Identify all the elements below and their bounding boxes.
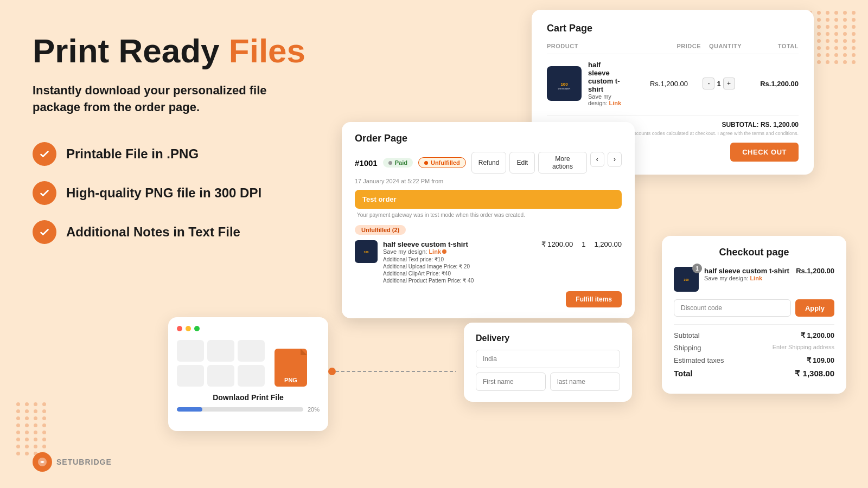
- subtotal-row: Subtotal ₹ 1,200.00: [674, 331, 834, 339]
- paid-dot: [388, 161, 392, 165]
- next-order-btn[interactable]: ›: [608, 152, 622, 167]
- cart-item-row: 100 DESIGNER half sleeve custom t-shirt …: [547, 61, 799, 106]
- decorative-dots-top: (function(){ var c = document.querySelec…: [808, 11, 857, 64]
- shipping-value: Enter Shipping address: [773, 344, 834, 352]
- checkout-item-save: Save my design: Link: [704, 275, 790, 281]
- cart-item-total: Rs.1,200.00: [750, 80, 799, 88]
- order-item-name: half sleeve custom t-shirt: [383, 240, 536, 248]
- png-label: PNG: [284, 377, 297, 383]
- cart-product-save: Save my design: Link: [588, 93, 622, 106]
- fulfill-items-button[interactable]: Fulfill items: [566, 291, 622, 307]
- file-block-1: [177, 340, 204, 362]
- order-id: #1001: [355, 158, 378, 168]
- order-title: Order Page: [355, 133, 622, 144]
- feature-text-1: Printable File in .PNG: [66, 146, 199, 162]
- check-icon-1: [33, 142, 56, 166]
- country-input[interactable]: [476, 350, 620, 368]
- feature-text-3: Additional Notes in Text File: [66, 224, 240, 240]
- cart-headers: PRODUCT PRIDCE QUANTITY TOTAL: [547, 43, 799, 54]
- apply-button[interactable]: Apply: [795, 299, 834, 317]
- progress-bar-fill: [177, 407, 202, 412]
- badge-unfulfilled: Unfulfilled: [418, 157, 466, 168]
- check-icon-3: [33, 220, 56, 244]
- qty-value: 1: [717, 80, 720, 88]
- taxes-row: Estimated taxes ₹ 109.00: [674, 356, 834, 364]
- last-name-input[interactable]: [550, 373, 620, 391]
- checkout-title: Checkout page: [674, 247, 834, 258]
- svg-text:100: 100: [364, 251, 369, 254]
- svg-text:100: 100: [684, 278, 688, 281]
- file-block-5: [207, 365, 234, 387]
- checkout-qty-badge: 1: [692, 264, 702, 273]
- col-qty-header: QUANTITY: [701, 43, 750, 49]
- prev-order-btn[interactable]: ‹: [590, 152, 604, 167]
- subtotal-value: ₹ 1,200.00: [801, 331, 834, 339]
- order-item-prices: Additional Text price: ₹10 Additional Up…: [383, 256, 536, 284]
- progress-bar-bg: [177, 407, 303, 412]
- order-header-row: #1001 Paid Unfulfilled Refund Edit More …: [355, 152, 622, 174]
- qty-decrease-btn[interactable]: -: [703, 78, 714, 89]
- refund-button[interactable]: Refund: [471, 152, 507, 174]
- png-fold: [301, 349, 307, 355]
- cart-save-text: Save my design:: [588, 93, 611, 106]
- file-block-2: [207, 340, 234, 362]
- checkout-item-name: half sleeve custom t-shirt: [704, 267, 790, 275]
- first-name-input[interactable]: [476, 373, 546, 391]
- order-item-total: 1,200.00: [594, 240, 622, 248]
- add-pattern-price: Additional Product Pattern Price: ₹ 40: [383, 278, 536, 284]
- svg-text:100: 100: [560, 82, 568, 87]
- cart-item-image: 100 DESIGNER: [547, 66, 582, 101]
- order-date: 17 January 2024 at 5:22 PM from: [355, 178, 622, 184]
- checkout-save-link[interactable]: Link: [750, 275, 762, 281]
- edit-button[interactable]: Edit: [509, 152, 535, 174]
- order-item-image: 100: [355, 240, 378, 263]
- order-actions: Refund Edit More actions ‹ ›: [471, 152, 622, 174]
- subtotal-label: Subtotal: [674, 331, 700, 339]
- main-title: Print Ready Files: [33, 33, 347, 69]
- title-orange: Files: [229, 32, 305, 69]
- checkout-item-info: half sleeve custom t-shirt Save my desig…: [704, 267, 790, 281]
- order-item-qty: 1: [582, 240, 585, 248]
- add-clipart-price: Additional ClipArt Price: ₹40: [383, 271, 536, 277]
- add-text-price: Additional Text price: ₹10: [383, 256, 536, 262]
- download-title: Downlaod Print File: [177, 393, 320, 402]
- total-label: Total: [674, 369, 693, 378]
- file-block-6: [238, 365, 265, 387]
- cart-item-price: Rs.1,200.00: [628, 80, 688, 88]
- order-item-price: ₹ 1200.00: [541, 240, 573, 248]
- shipping-label: Shipping: [674, 344, 701, 352]
- delivery-title: Delivery: [476, 333, 620, 343]
- checkout-item-row: 100 1 half sleeve custom t-shirt Save my…: [674, 267, 834, 292]
- feature-item-2: High-quality PNG file in 300 DPI: [33, 181, 347, 205]
- more-actions-button[interactable]: More actions: [538, 152, 587, 174]
- order-item-save: Save my design: Link: [383, 248, 536, 255]
- cart-qty-control: - 1 +: [694, 78, 743, 89]
- window-controls: [177, 326, 320, 331]
- check-icon-2: [33, 181, 56, 205]
- order-item-row: 100 half sleeve custom t-shirt Save my d…: [355, 240, 622, 285]
- order-item-right: ₹ 1200.00 1 1,200.00: [541, 240, 622, 248]
- cart-product-info: half sleeve custom t-shirt Save my desig…: [588, 61, 622, 106]
- order-save-link[interactable]: Link: [429, 248, 441, 255]
- qty-increase-btn[interactable]: +: [723, 78, 735, 89]
- taxes-label: Estimated taxes: [674, 356, 724, 364]
- minimize-dot: [186, 326, 191, 331]
- col-price-header: PRIDCE: [641, 43, 701, 49]
- title-black: Print Ready: [33, 32, 220, 69]
- brand-icon: [33, 452, 52, 472]
- subtitle: Instantly download your personalized fil…: [33, 82, 315, 116]
- cart-save-link[interactable]: Link: [609, 100, 622, 106]
- unfulfilled-dot: [424, 161, 428, 165]
- col-product-header: PRODUCT: [547, 43, 641, 49]
- checkout-totals: Subtotal ₹ 1,200.00 Shipping Enter Shipp…: [674, 324, 834, 378]
- checkout-item-img-wrap: 100 1: [674, 267, 699, 292]
- unfulfilled-badge: Unfulfilled (2): [355, 225, 406, 235]
- discount-input[interactable]: [674, 299, 791, 317]
- test-order-banner: Test order: [355, 190, 622, 209]
- order-item-cost: ₹ 1200.00 1 1,200.00: [541, 240, 622, 248]
- shipping-row: Shipping Enter Shipping address: [674, 344, 834, 352]
- brand-logo: SETUBRIDGE: [33, 452, 112, 472]
- test-order-note: Your payment gateway was in test mode wh…: [355, 212, 622, 218]
- feature-item-1: Printable File in .PNG: [33, 142, 347, 166]
- checkout-button[interactable]: CHECK OUT: [730, 143, 799, 162]
